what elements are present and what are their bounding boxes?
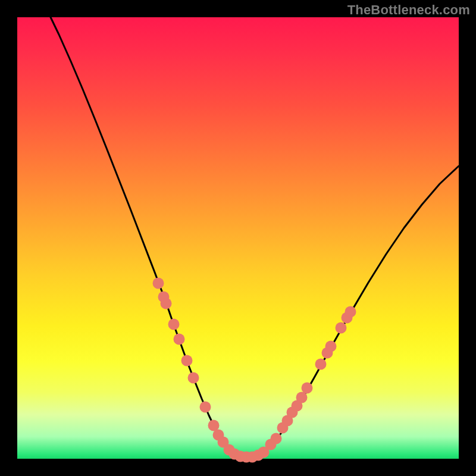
curve-marker: [168, 319, 180, 330]
curve-marker: [325, 341, 337, 352]
chart-overlay: [17, 17, 459, 459]
curve-marker: [200, 402, 211, 413]
curve-marker: [161, 298, 172, 309]
watermark-text: TheBottleneck.com: [347, 2, 470, 18]
curve-marker: [271, 433, 282, 444]
curve-marker: [153, 278, 164, 289]
curve-marker: [336, 322, 347, 334]
marker-group: [153, 278, 356, 463]
curve-marker: [174, 334, 185, 345]
curve-marker: [181, 355, 193, 367]
curve-marker: [315, 359, 327, 370]
bottleneck-curve: [51, 17, 459, 457]
curve-marker: [188, 372, 199, 384]
curve-marker: [302, 383, 313, 394]
curve-marker: [345, 306, 356, 318]
curve-marker: [296, 392, 308, 403]
